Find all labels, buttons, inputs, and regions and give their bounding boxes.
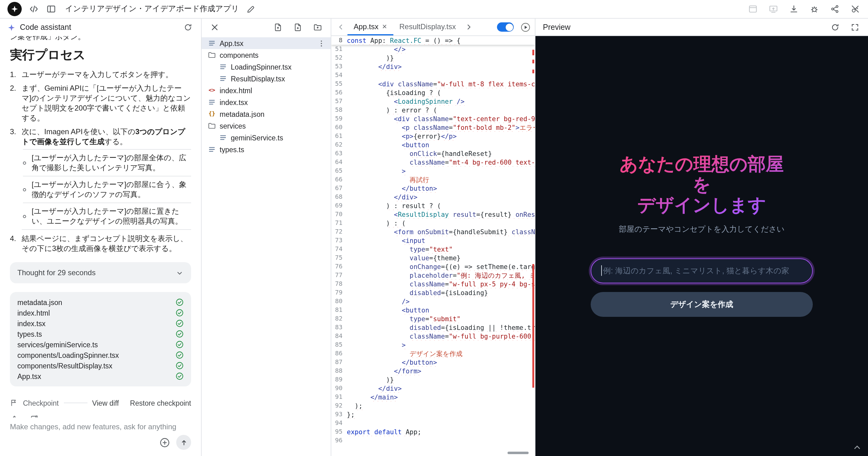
file-tree-item[interactable]: <>index.html	[202, 85, 331, 96]
assistant-title: Code assistant	[20, 23, 71, 32]
file-tree-item[interactable]: components	[202, 49, 331, 61]
preview-subheading: 部屋のテーマやコンセプトを入力してください	[619, 224, 784, 235]
arrow-up-icon	[180, 438, 188, 446]
open-window-icon[interactable]	[747, 3, 758, 15]
kebab-menu-icon	[317, 39, 326, 48]
checkpoint-row: Checkpoint View diff Restore checkpoint	[10, 399, 191, 407]
horizontal-scrollbar[interactable]	[507, 452, 529, 454]
flag-icon	[10, 399, 18, 407]
code-mode-icon[interactable]	[28, 3, 39, 15]
generated-file-row[interactable]: components/LoadingSpinner.tsx	[18, 350, 184, 360]
screen-share-icon[interactable]	[768, 3, 779, 15]
new-folder-icon[interactable]	[312, 22, 323, 33]
composer	[0, 418, 201, 456]
process-step: 3.次に、Imagen APIを使い、以下の3つのプロンプトで画像を並行して生成…	[10, 127, 191, 230]
file-tree-item[interactable]: services	[202, 120, 331, 132]
chevron-up-icon[interactable]	[852, 443, 862, 452]
editor-tab[interactable]: App.tsx×	[347, 19, 393, 35]
code-lines: 51 </>52 )}53 </div>5455 <div className=…	[331, 45, 535, 445]
generated-file-row[interactable]: App.tsx	[18, 371, 184, 381]
preview-heading: あなたの理想の部屋をデザインします	[620, 154, 784, 216]
layout-panels-icon[interactable]	[45, 3, 57, 15]
file-tree-item[interactable]: {}metadata.json	[202, 108, 331, 120]
text-caret	[601, 265, 602, 276]
composer-actions	[10, 435, 191, 450]
file-tree: App.tsxcomponentsLoadingSpinner.tsxResul…	[202, 36, 331, 456]
chevron-down-icon	[176, 269, 184, 277]
check-circle-icon	[176, 362, 184, 370]
assistant-panel: Code assistant ン案を作成」ボタン。 実行プロセス 1.ユーザーが…	[0, 19, 202, 456]
file-tree-item[interactable]: geminiService.ts	[202, 132, 331, 143]
import-file-icon[interactable]	[272, 22, 283, 33]
editor-tab[interactable]: ResultDisplay.tsx	[393, 19, 462, 35]
preview-panel: Preview あなたの理想の部屋をデザインします 部屋のテーマやコンセプトを入…	[535, 19, 868, 456]
bug-report-icon[interactable]	[808, 3, 819, 15]
file-tree-item[interactable]: LoadingSpinner.tsx	[202, 61, 331, 73]
add-attachment-icon[interactable]	[159, 437, 170, 448]
check-circle-icon	[176, 372, 184, 380]
send-message-button[interactable]	[176, 435, 191, 450]
create-design-button[interactable]: デザイン案を作成	[591, 292, 813, 317]
process-step: 2.まず、Gemini APIに「[ユーザーが入力したテーマ]のインテリアデザイ…	[10, 83, 191, 123]
process-substep: [ユーザーが入力したテーマ]の部屋に置きたい、ユニークなデザインの照明器具の写真…	[23, 202, 191, 229]
checkpoint-divider	[64, 403, 87, 403]
preview-header: Preview	[535, 19, 868, 36]
feedback-row	[10, 415, 191, 418]
theme-input-wrap	[591, 258, 813, 283]
thought-label: Thought for 29 seconds	[18, 268, 96, 277]
topbar-actions	[747, 3, 861, 15]
restore-checkpoint-button[interactable]: Restore checkpoint	[130, 399, 191, 407]
generated-file-row[interactable]: components/ResultDisplay.tsx	[18, 360, 184, 371]
refresh-chat-icon[interactable]	[182, 22, 193, 33]
folder-icon	[208, 122, 216, 130]
clipped-message-text: ン案を作成」ボタン。	[10, 36, 191, 41]
check-circle-icon	[176, 319, 184, 327]
share-icon[interactable]	[829, 3, 840, 15]
code-file-icon	[208, 98, 216, 106]
theme-input[interactable]	[591, 258, 813, 283]
sticky-line: 8const App: React.FC = () => {	[331, 36, 535, 45]
assistant-conversation[interactable]: ン案を作成」ボタン。 実行プロセス 1.ユーザーがテーマを入力してボタンを押す。…	[0, 36, 201, 418]
process-step: 4.結果ページに、まずコンセプト説明文を表示し、その下に3枚の生成画像を横並びで…	[10, 234, 191, 254]
download-icon[interactable]	[788, 3, 799, 15]
thumbs-up-icon[interactable]	[10, 415, 19, 418]
close-explorer-icon[interactable]	[209, 22, 220, 33]
edit-title-icon[interactable]	[245, 3, 256, 15]
checkpoint-label: Checkpoint	[23, 399, 59, 407]
code-editor[interactable]: 8const App: React.FC = () => { 51 </>52 …	[331, 36, 535, 456]
api-key-off-icon[interactable]	[849, 3, 861, 15]
fullscreen-icon[interactable]	[849, 22, 861, 33]
app-window: インテリアデザイン・アイデアボード作成アプリ	[0, 0, 868, 456]
tabs-scroll-right-icon[interactable]	[463, 22, 475, 33]
thought-toggle[interactable]: Thought for 29 seconds	[10, 262, 191, 283]
overview-ruler	[531, 36, 535, 456]
file-tree-item[interactable]: App.tsx	[202, 37, 331, 49]
live-preview-toggle[interactable]	[497, 22, 514, 32]
refresh-preview-icon[interactable]	[830, 22, 841, 33]
generated-file-row[interactable]: index.tsx	[18, 318, 184, 329]
code-file-icon	[219, 63, 227, 71]
file-tree-item[interactable]: types.ts	[202, 143, 331, 155]
editor-tab-bar: App.tsx×ResultDisplay.tsx	[331, 19, 535, 36]
explorer-header	[202, 19, 331, 36]
file-tree-item[interactable]: ResultDisplay.tsx	[202, 73, 331, 85]
generated-file-row[interactable]: metadata.json	[18, 297, 184, 308]
check-circle-icon	[176, 351, 184, 359]
process-step: 1.ユーザーがテーマを入力してボタンを押す。	[10, 69, 191, 80]
tabs-scroll-left-icon[interactable]	[335, 22, 346, 33]
view-diff-button[interactable]: View diff	[92, 399, 119, 407]
composer-input[interactable]	[10, 423, 191, 431]
generated-file-row[interactable]: services/geminiService.ts	[18, 339, 184, 350]
check-circle-icon	[176, 298, 184, 306]
thumbs-down-icon[interactable]	[29, 415, 38, 418]
app-logo-icon[interactable]	[7, 2, 22, 16]
preview-viewport: あなたの理想の部屋をデザインします 部屋のテーマやコンセプトを入力してください …	[535, 36, 868, 456]
generated-file-row[interactable]: types.ts	[18, 329, 184, 339]
code-file-icon	[219, 75, 227, 83]
file-tree-item[interactable]: index.tsx	[202, 96, 331, 108]
app-title: インテリアデザイン・アイデアボード作成アプリ	[65, 4, 239, 14]
run-app-icon[interactable]	[520, 22, 531, 33]
editor-tabs: App.tsx×ResultDisplay.tsx	[347, 19, 462, 35]
generated-file-row[interactable]: index.html	[18, 308, 184, 318]
new-file-icon[interactable]	[292, 22, 303, 33]
